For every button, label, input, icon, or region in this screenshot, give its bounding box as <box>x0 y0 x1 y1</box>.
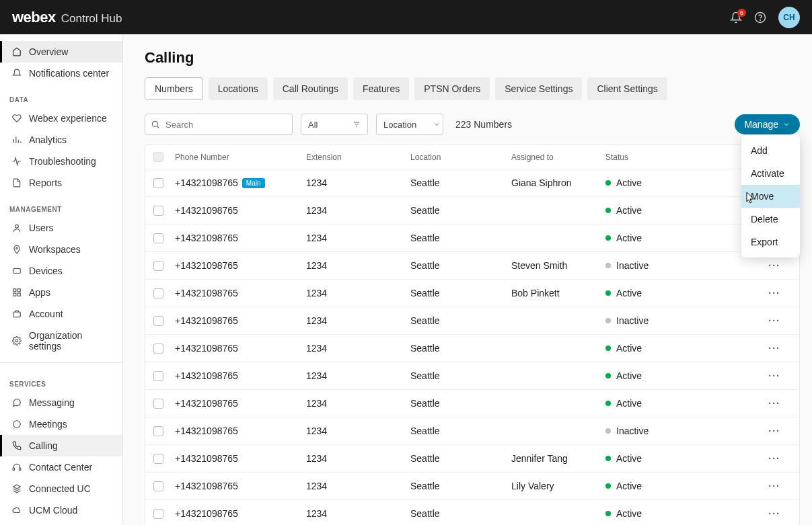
row-actions-button[interactable]: ··· <box>768 288 780 298</box>
assigned-to: Jennifer Tang <box>511 453 605 464</box>
bell-icon <box>11 68 22 79</box>
sidebar-item-reports[interactable]: Reports <box>0 172 122 194</box>
page-title: Calling <box>145 49 800 67</box>
table-row[interactable]: +143210987651234SeattleSteven SmithInact… <box>145 252 799 280</box>
sidebar-item-account[interactable]: Account <box>0 303 122 325</box>
extension: 1234 <box>306 177 410 188</box>
app-header: webex Control Hub 6 CH <box>0 0 812 34</box>
row-checkbox[interactable] <box>153 206 163 216</box>
sidebar-item-webex-experience[interactable]: Webex experience <box>0 108 122 129</box>
manage-menu-add[interactable]: Add <box>741 139 800 162</box>
table-row[interactable]: +143210987651234SeattleActive··· <box>145 225 799 252</box>
sidebar-item-devices[interactable]: Devices <box>0 260 122 282</box>
row-actions-button[interactable]: ··· <box>768 315 780 326</box>
sidebar-item-contact-center[interactable]: Contact Center <box>0 456 122 478</box>
row-checkbox[interactable] <box>153 261 163 271</box>
tab-call-routings[interactable]: Call Routings <box>273 77 348 100</box>
sidebar-item-troubleshooting[interactable]: Troubleshooting <box>0 151 122 172</box>
chat-icon <box>11 397 22 408</box>
table-row[interactable]: +143210987651234SeattleJennifer TangActi… <box>145 445 799 473</box>
row-checkbox[interactable] <box>153 481 163 491</box>
sidebar-item-meetings[interactable]: Meetings <box>0 413 122 435</box>
extension: 1234 <box>306 205 410 216</box>
avatar[interactable]: CH <box>778 7 800 28</box>
avatar-initials: CH <box>783 13 795 22</box>
table-row[interactable]: +143210987651234SeattleActive··· <box>145 335 799 362</box>
tab-client-settings[interactable]: Client Settings <box>587 77 667 100</box>
filter-all[interactable]: All <box>301 114 368 135</box>
table-row[interactable]: +143210987651234SeattleInactive··· <box>145 417 799 445</box>
row-actions-button[interactable]: ··· <box>768 481 780 491</box>
location: Seattle <box>410 260 511 271</box>
col-phone-header[interactable]: Phone Number <box>175 153 306 162</box>
tab-ptsn-orders[interactable]: PTSN Orders <box>414 77 490 100</box>
row-checkbox[interactable] <box>153 316 163 326</box>
sidebar-section-services: SERVICES <box>0 368 122 392</box>
row-checkbox[interactable] <box>153 426 163 436</box>
table-row[interactable]: +143210987651234SeattleLily ValeryActive… <box>145 473 799 500</box>
sidebar-item-workspaces[interactable]: Workspaces <box>0 239 122 260</box>
help-button[interactable] <box>754 11 766 24</box>
search-input[interactable] <box>145 114 293 135</box>
manage-button[interactable]: Manage <box>735 114 800 134</box>
manage-menu-export[interactable]: Export <box>741 231 800 253</box>
sidebar-item-ucm-cloud[interactable]: UCM Cloud <box>0 499 122 521</box>
table-row[interactable]: +143210987651234SeattleInactive··· <box>145 307 799 335</box>
sidebar-item-analytics[interactable]: Analytics <box>0 129 122 151</box>
tab-features[interactable]: Features <box>353 77 409 100</box>
headset-icon <box>11 462 22 473</box>
row-actions-button[interactable]: ··· <box>768 453 780 464</box>
table-row[interactable]: +143210987651234SeattleActive··· <box>145 390 799 417</box>
sidebar-item-apps[interactable]: Apps <box>0 282 122 303</box>
filter-location[interactable]: Location <box>376 114 443 135</box>
svg-rect-6 <box>17 289 20 292</box>
row-checkbox[interactable] <box>153 399 163 409</box>
phone-number: +14321098765 <box>175 233 238 243</box>
col-location-header[interactable]: Location <box>410 153 511 162</box>
phone-number: +14321098765 <box>175 288 238 298</box>
table-row[interactable]: +143210987651234SeattleActive··· <box>145 197 799 225</box>
sidebar-item-messaging[interactable]: Messaging <box>0 392 122 413</box>
sidebar-item-overview[interactable]: Overview <box>0 41 122 63</box>
sidebar-item-organization-settings[interactable]: Organization settings <box>0 325 122 357</box>
table-row[interactable]: +143210987651234SeattleBob PinkettActive… <box>145 280 799 307</box>
tab-service-settings[interactable]: Service Settings <box>495 77 582 100</box>
row-checkbox[interactable] <box>153 371 163 381</box>
tab-locations[interactable]: Locations <box>209 77 268 100</box>
row-actions-button[interactable]: ··· <box>768 426 780 436</box>
status-dot-icon <box>605 346 611 351</box>
sidebar-item-notifications[interactable]: Notifications center <box>0 63 122 84</box>
row-actions-button[interactable]: ··· <box>768 370 780 381</box>
status-dot-icon <box>605 456 611 461</box>
row-checkbox[interactable] <box>153 288 163 298</box>
notifications-button[interactable]: 6 <box>730 11 742 24</box>
manage-menu-delete[interactable]: Delete <box>741 208 800 231</box>
row-actions-button[interactable]: ··· <box>768 398 780 409</box>
row-checkbox[interactable] <box>153 233 163 243</box>
manage-menu-move[interactable]: Move <box>741 185 800 208</box>
sidebar-item-users[interactable]: Users <box>0 217 122 239</box>
col-extension-header[interactable]: Extension <box>306 153 410 162</box>
row-actions-button[interactable]: ··· <box>768 260 780 271</box>
row-checkbox[interactable] <box>153 344 163 354</box>
grid-icon <box>11 287 22 298</box>
status-dot-icon <box>605 401 611 406</box>
location: Seattle <box>410 315 511 326</box>
col-assigned-header[interactable]: Assigned to <box>511 153 605 162</box>
tab-numbers[interactable]: Numbers <box>145 77 203 100</box>
row-checkbox[interactable] <box>153 454 163 464</box>
col-status-header[interactable]: Status <box>605 153 740 162</box>
sidebar-item-label: Calling <box>29 440 58 451</box>
table-row[interactable]: +143210987651234SeattleActive··· <box>145 500 799 525</box>
row-actions-button[interactable]: ··· <box>768 508 780 519</box>
row-actions-button[interactable]: ··· <box>768 343 780 354</box>
search-icon <box>150 119 161 130</box>
sidebar-item-calling[interactable]: Calling <box>0 435 122 456</box>
sidebar-item-connected-uc[interactable]: Connected UC <box>0 478 122 499</box>
table-row[interactable]: +14321098765Main1234SeattleGiana Siphron… <box>145 169 799 197</box>
row-checkbox[interactable] <box>153 509 163 519</box>
manage-menu-activate[interactable]: Activate <box>741 162 800 185</box>
select-all-checkbox[interactable] <box>153 152 163 162</box>
row-checkbox[interactable] <box>153 178 163 188</box>
table-row[interactable]: +143210987651234SeattleActive··· <box>145 362 799 390</box>
